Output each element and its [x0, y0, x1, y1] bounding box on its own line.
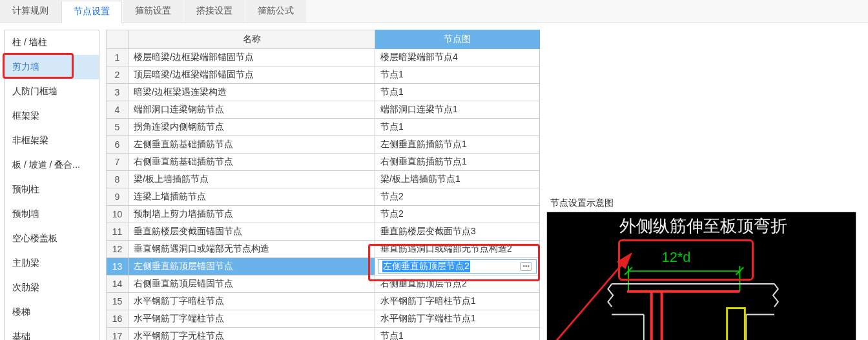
cell-name[interactable]: 梁/板上墙插筋节点 — [129, 171, 375, 188]
cell-name[interactable]: 右侧垂直筋顶层锚固节点 — [129, 275, 375, 293]
cell-node[interactable]: 节点1 — [375, 328, 540, 341]
node-table-area: 名称 节点图 1楼层暗梁/边框梁端部锚固节点楼层暗梁端部节点42顶层暗梁/边框梁… — [106, 30, 540, 340]
table-row[interactable]: 17水平钢筋丁字无柱节点节点1 — [107, 328, 540, 341]
row-number: 14 — [107, 275, 129, 293]
table-corner — [107, 30, 129, 49]
table-row[interactable]: 5拐角连梁内侧钢筋节点节点1 — [107, 119, 540, 136]
row-number: 1 — [107, 49, 129, 66]
cell-name[interactable]: 右侧垂直筋基础插筋节点 — [129, 154, 375, 171]
cell-name[interactable]: 楼层暗梁/边框梁端部锚固节点 — [129, 49, 375, 66]
table-row[interactable]: 8梁/板上墙插筋节点梁/板上墙插筋节点1 — [107, 171, 540, 188]
table-row[interactable]: 9连梁上墙插筋节点节点2 — [107, 188, 540, 206]
row-number: 5 — [107, 119, 129, 136]
row-number: 4 — [107, 101, 129, 119]
row-number: 17 — [107, 328, 129, 341]
table-row[interactable]: 13左侧垂直筋顶层锚固节点左侧垂直筋顶层节点2••• — [107, 258, 540, 275]
tab-hoop-formula[interactable]: 箍筋公式 — [245, 0, 306, 23]
cell-node[interactable]: 节点1 — [375, 84, 540, 101]
row-number: 16 — [107, 310, 129, 328]
cell-node[interactable]: 垂直筋楼层变截面节点3 — [375, 223, 540, 241]
table-row[interactable]: 11垂直筋楼层变截面锚固节点垂直筋楼层变截面节点3 — [107, 223, 540, 241]
tab-lap-settings[interactable]: 搭接设置 — [184, 0, 245, 23]
diagram-panel: 节点设置示意图 外侧纵筋伸至板顶弯折 12*d — [546, 195, 856, 340]
table-row[interactable]: 10预制墙上剪力墙插筋节点节点2 — [107, 206, 540, 223]
table-row[interactable]: 16水平钢筋丁字端柱节点水平钢筋丁字端柱节点1 — [107, 310, 540, 328]
cell-name[interactable]: 水平钢筋丁字无柱节点 — [129, 328, 375, 341]
row-number: 3 — [107, 84, 129, 101]
cell-node[interactable]: 节点1 — [375, 119, 540, 136]
table-row[interactable]: 7右侧垂直筋基础插筋节点右侧垂直筋插筋节点1 — [107, 154, 540, 171]
table-row[interactable]: 15水平钢筋丁字暗柱节点水平钢筋丁字暗柱节点1 — [107, 293, 540, 310]
tab-node-settings[interactable]: 节点设置 — [61, 1, 122, 23]
row-number: 7 — [107, 154, 129, 171]
sidebar-item[interactable]: 非框架梁 — [5, 128, 99, 153]
sidebar-item[interactable]: 空心楼盖板 — [5, 226, 99, 251]
tab-hoop-settings[interactable]: 箍筋设置 — [123, 0, 183, 23]
diagram-dim-text: 12*d — [662, 249, 691, 265]
cell-name[interactable]: 左侧垂直筋顶层锚固节点 — [129, 258, 375, 275]
cell-node[interactable]: 右侧垂直筋插筋节点1 — [375, 154, 540, 171]
sidebar-item[interactable]: 剪力墙 — [5, 55, 99, 79]
table-row[interactable]: 1楼层暗梁/边框梁端部锚固节点楼层暗梁端部节点4 — [107, 49, 540, 66]
svg-line-0 — [554, 254, 631, 340]
row-number: 13 — [107, 258, 129, 275]
tab-calc-rules[interactable]: 计算规则 — [0, 0, 61, 23]
row-number: 6 — [107, 136, 129, 154]
cell-node[interactable]: 节点2 — [375, 206, 540, 223]
table-row[interactable]: 14右侧垂直筋顶层锚固节点右侧垂直筋顶层节点2 — [107, 275, 540, 293]
table-row[interactable]: 6左侧垂直筋基础插筋节点左侧垂直筋插筋节点1 — [107, 136, 540, 154]
table-row[interactable]: 4端部洞口连梁钢筋节点端部洞口连梁节点1 — [107, 101, 540, 119]
sidebar-item[interactable]: 人防门框墙 — [5, 79, 99, 104]
row-number: 15 — [107, 293, 129, 310]
table-row[interactable]: 12垂直钢筋遇洞口或端部无节点构造垂直筋遇洞口或端部无节点构造2 — [107, 241, 540, 258]
cell-node[interactable]: 垂直筋遇洞口或端部无节点构造2 — [375, 241, 540, 258]
svg-rect-14 — [727, 308, 745, 340]
col-name-header[interactable]: 名称 — [129, 30, 375, 49]
row-number: 9 — [107, 188, 129, 206]
sidebar-item[interactable]: 柱 / 墙柱 — [5, 30, 99, 55]
col-node-header[interactable]: 节点图 — [375, 30, 540, 49]
cell-name[interactable]: 端部洞口连梁钢筋节点 — [129, 101, 375, 119]
cell-node[interactable]: 端部洞口连梁节点1 — [375, 101, 540, 119]
table-row[interactable]: 3暗梁/边框梁遇连梁构造节点1 — [107, 84, 540, 101]
sidebar-item[interactable]: 基础 — [5, 325, 99, 340]
cell-node[interactable]: 节点2 — [375, 188, 540, 206]
cell-node[interactable]: 水平钢筋丁字暗柱节点1 — [375, 293, 540, 310]
ellipsis-button[interactable]: ••• — [520, 262, 532, 271]
diagram-canvas: 外侧纵筋伸至板顶弯折 12*d — [546, 212, 856, 340]
cell-name[interactable]: 水平钢筋丁字端柱节点 — [129, 310, 375, 328]
cell-node[interactable]: 梁/板上墙插筋节点1 — [375, 171, 540, 188]
sidebar-item[interactable]: 主肋梁 — [5, 251, 99, 275]
cell-node[interactable]: 水平钢筋丁字端柱节点1 — [375, 310, 540, 328]
cell-node[interactable]: 右侧垂直筋顶层节点2 — [375, 275, 540, 293]
sidebar-item[interactable]: 次肋梁 — [5, 275, 99, 300]
cell-node[interactable]: 楼层暗梁端部节点4 — [375, 49, 540, 66]
cell-name[interactable]: 垂直筋楼层变截面锚固节点 — [129, 223, 375, 241]
sidebar-item[interactable]: 框架梁 — [5, 104, 99, 128]
cell-name[interactable]: 水平钢筋丁字暗柱节点 — [129, 293, 375, 310]
category-sidebar: 柱 / 墙柱剪力墙人防门框墙框架梁非框架梁板 / 坡道 / 叠合...预制柱预制… — [4, 30, 99, 340]
row-number: 12 — [107, 241, 129, 258]
sidebar-item[interactable]: 板 / 坡道 / 叠合... — [5, 153, 99, 177]
top-tab-bar: 计算规则 节点设置 箍筋设置 搭接设置 箍筋公式 — [0, 0, 868, 23]
cell-name[interactable]: 左侧垂直筋基础插筋节点 — [129, 136, 375, 154]
row-number: 2 — [107, 66, 129, 84]
table-row[interactable]: 2顶层暗梁/边框梁端部锚固节点节点1 — [107, 66, 540, 84]
cell-name[interactable]: 顶层暗梁/边框梁端部锚固节点 — [129, 66, 375, 84]
row-number: 10 — [107, 206, 129, 223]
diagram-title: 节点设置示意图 — [546, 195, 856, 212]
cell-node[interactable]: 左侧垂直筋插筋节点1 — [375, 136, 540, 154]
inline-edit-input[interactable]: 左侧垂直筋顶层节点2••• — [378, 259, 537, 274]
cell-name[interactable]: 拐角连梁内侧钢筋节点 — [129, 119, 375, 136]
cell-name[interactable]: 预制墙上剪力墙插筋节点 — [129, 206, 375, 223]
sidebar-item[interactable]: 楼梯 — [5, 300, 99, 325]
cell-name[interactable]: 暗梁/边框梁遇连梁构造 — [129, 84, 375, 101]
sidebar-item[interactable]: 预制墙 — [5, 202, 99, 226]
cell-node[interactable]: 节点1 — [375, 66, 540, 84]
cell-name[interactable]: 连梁上墙插筋节点 — [129, 188, 375, 206]
diagram-top-text: 外侧纵筋伸至板顶弯折 — [619, 217, 787, 235]
row-number: 11 — [107, 223, 129, 241]
sidebar-item[interactable]: 预制柱 — [5, 177, 99, 202]
cell-node[interactable]: 左侧垂直筋顶层节点2••• — [375, 258, 540, 275]
cell-name[interactable]: 垂直钢筋遇洞口或端部无节点构造 — [129, 241, 375, 258]
